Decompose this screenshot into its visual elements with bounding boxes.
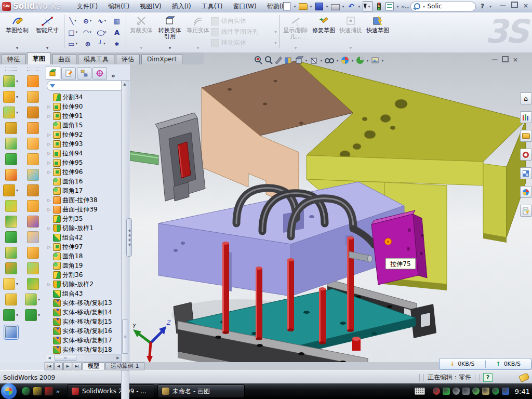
tree-item[interactable]: ▷切除-放样1	[47, 223, 121, 233]
display-style-icon[interactable]	[309, 56, 318, 65]
doc-restore-button[interactable]	[502, 56, 509, 64]
tree-expander-icon[interactable]: ▷	[47, 151, 51, 156]
split-body-icon[interactable]	[5, 247, 17, 259]
antivirus-shield-icon[interactable]	[433, 388, 440, 395]
custom-properties-icon[interactable]	[520, 205, 532, 217]
next-tab-button[interactable]: ▶	[63, 363, 72, 370]
tree-expander-icon[interactable]: ▷	[47, 198, 51, 203]
close-button[interactable]: ×	[522, 2, 530, 9]
gripper-block[interactable]	[155, 113, 205, 201]
toolbar-drag-handle[interactable]	[5, 68, 17, 71]
tree-item[interactable]: 实体-移动/复制16	[47, 326, 121, 336]
text-icon[interactable]: A	[110, 26, 124, 38]
reference-geometry-icon[interactable]	[5, 294, 17, 305]
ribbon-tab-1[interactable]: 草图	[27, 52, 51, 64]
save-dropdown[interactable]: ▾	[325, 4, 329, 9]
chamfer-icon[interactable]	[5, 153, 17, 165]
menu-item-5[interactable]: 窗口(W)	[228, 1, 261, 11]
robot-arm[interactable]	[130, 151, 158, 165]
move-body-icon[interactable]	[5, 231, 17, 243]
delete-body-icon-dropdown[interactable]: ▾	[16, 282, 19, 286]
zoom-area-icon[interactable]	[264, 56, 273, 65]
pin-icon[interactable]	[271, 2, 281, 11]
file-explorer-icon[interactable]	[520, 130, 532, 142]
save-icon[interactable]	[314, 2, 324, 11]
property-manager-tab[interactable]	[61, 67, 76, 79]
pattern-group-row-2[interactable]: 移动实体▾	[211, 37, 277, 48]
revolved-surface-icon[interactable]	[27, 91, 39, 103]
tree-item[interactable]: ▷曲面-拉伸39	[47, 205, 121, 214]
replace-face-icon[interactable]	[27, 247, 39, 259]
new-file-dropdown[interactable]: ▾	[293, 4, 297, 9]
pattern-group-row-1[interactable]: 线性草图阵列▾	[211, 26, 277, 37]
hole-wizard-icon[interactable]	[5, 169, 17, 181]
sketch-fillet-icon[interactable]: ╯▾	[95, 38, 110, 49]
select-tool[interactable]: ▾	[363, 1, 373, 11]
help-icon[interactable]: ?	[477, 2, 487, 11]
quick-launch-overflow-icon[interactable]: »	[56, 388, 60, 395]
freeform-icon-dropdown[interactable]: ▾	[37, 297, 41, 302]
polygon-icon[interactable]: ⊕	[81, 38, 95, 49]
tree-item[interactable]: ▷拉伸95	[47, 158, 121, 167]
first-tab-button[interactable]: |◀	[45, 363, 54, 370]
tree-item[interactable]: ▷切除-放样2	[47, 280, 121, 289]
offset-entities-button[interactable]: 等距实体▾	[185, 13, 211, 51]
solidworks-quick-icon[interactable]	[45, 387, 53, 395]
menu-item-4[interactable]: 工具(T)	[196, 1, 228, 11]
new-file-icon[interactable]	[282, 2, 291, 11]
tree-expander-icon[interactable]: ▷	[47, 226, 51, 231]
task-button-1[interactable]: 未命名 - 画图	[157, 384, 245, 398]
rectangle-icon[interactable]: □▾	[66, 26, 81, 38]
undo-dropdown[interactable]: ▾	[357, 4, 361, 9]
keyboard-layout-icon[interactable]	[415, 388, 425, 395]
tree-expander-icon[interactable]: ▷	[47, 282, 51, 287]
tree-item[interactable]: 圆角18	[47, 251, 121, 261]
spiral-curve-icon-dropdown[interactable]: ▾	[37, 313, 41, 317]
search-input[interactable]: Solic	[427, 3, 442, 10]
view-settings-icon[interactable]	[370, 56, 380, 65]
pattern-group-row-0[interactable]: 镜向实体	[211, 16, 277, 26]
spiral-curve-icon[interactable]: ▾	[25, 309, 41, 321]
tree-item[interactable]: ▷拉伸97	[47, 242, 121, 251]
help-dropdown[interactable]: ▾	[488, 4, 492, 9]
circle-icon[interactable]: ⊙▾	[81, 15, 95, 26]
zoom-blade-icon[interactable]	[274, 56, 283, 65]
tree-expander-icon[interactable]: ▷	[47, 104, 51, 109]
trim-entities-button[interactable]: 剪裁实体▾	[128, 13, 155, 51]
smart-dimension-button[interactable]: 智能尺寸▾	[32, 13, 62, 51]
open-file-dropdown[interactable]: ▾	[309, 4, 313, 9]
options-dropdown[interactable]: ▾	[396, 4, 400, 9]
tree-item[interactable]: 分割36	[47, 270, 121, 280]
arc-icon-dropdown[interactable]: ▾	[89, 30, 92, 34]
sync-icon[interactable]	[472, 388, 480, 395]
tree-expander-icon[interactable]: ▷	[47, 161, 51, 165]
fillet-icon-dropdown[interactable]: ▾	[16, 110, 19, 115]
model-tab-1[interactable]: 运动算例 1	[105, 362, 144, 370]
tree-expander-icon[interactable]: ▷	[47, 142, 51, 147]
arc-icon[interactable]: ◠▾	[81, 26, 95, 38]
short-pin[interactable]	[352, 337, 361, 351]
status-help-icon[interactable]: ?	[483, 373, 493, 382]
tree-item[interactable]: 实体-移动/复制14	[47, 308, 121, 317]
menu-item-3[interactable]: 插入(I)	[167, 1, 196, 11]
apply-scene-icon[interactable]	[355, 56, 365, 65]
sketch-pattern-icon[interactable]: ▦	[110, 15, 124, 26]
model-tab-0[interactable]: 模型	[83, 362, 104, 370]
line-icon-dropdown[interactable]: ▾	[73, 19, 77, 23]
options-icon[interactable]	[385, 2, 394, 11]
menu-item-2[interactable]: 视图(V)	[135, 1, 167, 11]
freeform-icon[interactable]: ▾	[25, 294, 41, 305]
tree-item[interactable]: ▷拉伸92	[47, 130, 121, 139]
tree-item[interactable]: 圆角19	[47, 261, 121, 270]
knit-surface-icon[interactable]	[27, 184, 39, 196]
tree-expander-icon[interactable]: ▷	[47, 170, 51, 175]
feature-tree-tab[interactable]	[46, 66, 60, 79]
task-button-0[interactable]: SolidWorks 2009 - ...	[67, 384, 154, 398]
tree-horizontal-scrollbar[interactable]: ◀ ≡ ▶	[46, 354, 122, 362]
ribbon-tab-3[interactable]: 模具工具	[78, 54, 114, 64]
tree-item[interactable]: ▷拉伸96	[47, 167, 121, 177]
tree-filter-box[interactable]	[47, 81, 127, 91]
lofted-surface-icon[interactable]	[27, 122, 39, 134]
spline-icon-dropdown[interactable]: ▾	[103, 19, 107, 23]
ellipse-icon[interactable]: ○▾	[95, 26, 110, 38]
